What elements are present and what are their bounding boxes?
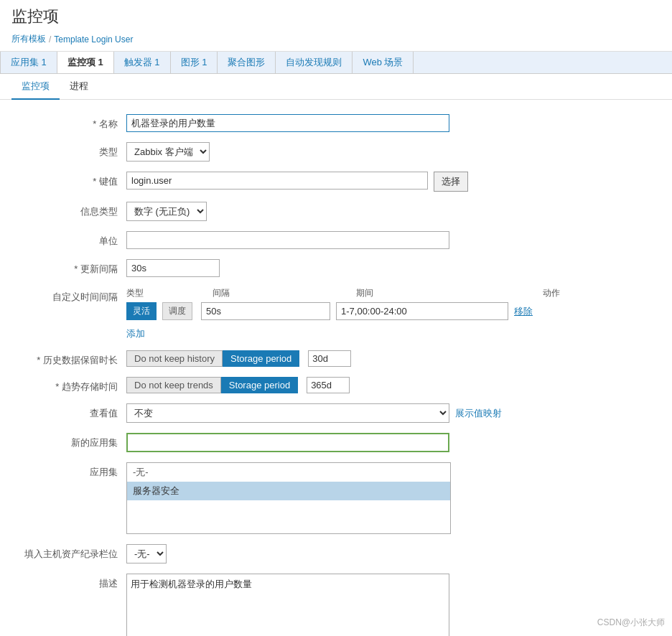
type-select[interactable]: Zabbix 客户端SNMP v1SNMP v2外部检查HTTP agent xyxy=(126,142,210,162)
row-trends: * 趋势存储时间 Do not keep trends Storage peri… xyxy=(11,377,661,393)
tab-monitor-item[interactable]: 监控项 xyxy=(11,74,60,100)
label-host-inventory: 填入主机资产纪录栏位 xyxy=(11,544,126,561)
history-storage-group: Do not keep history Storage period xyxy=(126,350,299,367)
appset-item-none[interactable]: -无- xyxy=(127,463,450,482)
desc-textarea[interactable] xyxy=(126,574,449,636)
label-unit: 单位 xyxy=(11,231,126,248)
top-nav-combine-graph[interactable]: 聚合图形 xyxy=(218,52,276,73)
appset-list[interactable]: -无- 服务器安全 xyxy=(126,462,451,534)
appset-item-server-security[interactable]: 服务器安全 xyxy=(127,482,450,500)
tab-process[interactable]: 进程 xyxy=(60,74,98,100)
tabs-bar: 监控项 进程 xyxy=(0,74,672,100)
ci-header-period: 期间 xyxy=(356,287,543,299)
main-form: * 名称 类型 Zabbix 客户端SNMP v1SNMP v2外部检查HTTP… xyxy=(0,100,672,636)
trends-no-keep-btn[interactable]: Do not keep trends xyxy=(126,377,221,393)
top-nav-auto-discover[interactable]: 自动发现规则 xyxy=(276,52,353,73)
row-lookup: 查看值 不变 展示值映射 xyxy=(11,403,661,423)
key-select-button[interactable]: 选择 xyxy=(434,172,468,192)
new-appset-input[interactable] xyxy=(126,433,449,452)
lookup-mapping-link[interactable]: 展示值映射 xyxy=(455,407,502,420)
row-host-inventory: 填入主机资产纪录栏位 -无- xyxy=(11,544,661,563)
label-name: * 名称 xyxy=(11,114,126,131)
breadcrumb-template-name[interactable]: Template Login User xyxy=(54,34,133,45)
row-custom-interval: 自定义时间间隔 类型 间隔 期间 动作 灵活 调度 移除 xyxy=(11,287,661,340)
breadcrumb: 所有模板 / Template Login User xyxy=(11,33,661,45)
ci-header-type: 类型 xyxy=(126,287,213,299)
trends-storage-group: Do not keep trends Storage period xyxy=(126,377,298,393)
row-name: * 名称 xyxy=(11,114,661,132)
ci-data-row: 灵活 调度 移除 xyxy=(126,302,533,320)
row-unit: 单位 xyxy=(11,231,661,249)
label-history: * 历史数据保留时长 xyxy=(11,350,126,367)
label-type: 类型 xyxy=(11,142,126,159)
trends-storage-period-btn[interactable]: Storage period xyxy=(221,377,298,393)
label-custom-interval: 自定义时间间隔 xyxy=(11,287,126,304)
label-appset: 应用集 xyxy=(11,462,126,479)
row-info-type: 信息类型 数字 (无正负)字符日志文本浮点数 xyxy=(11,202,661,221)
label-info-type: 信息类型 xyxy=(11,202,126,218)
ci-remove-btn[interactable]: 移除 xyxy=(514,305,533,318)
row-key: * 键值 选择 xyxy=(11,172,661,192)
host-inventory-select[interactable]: -无- xyxy=(126,544,167,563)
top-nav-bar: 应用集 1 监控项 1 触发器 1 图形 1 聚合图形 自动发现规则 Web 场… xyxy=(0,52,672,74)
row-new-appset: 新的应用集 xyxy=(11,433,661,452)
top-nav-graph[interactable]: 图形 1 xyxy=(171,52,218,73)
label-key: * 键值 xyxy=(11,172,126,188)
name-input[interactable] xyxy=(126,114,449,132)
page-title: 监控项 xyxy=(11,6,661,27)
ci-header-action: 动作 xyxy=(543,287,560,299)
ci-header-interval: 间隔 xyxy=(213,287,356,299)
ci-interval-input[interactable] xyxy=(201,302,330,320)
ci-period-input[interactable] xyxy=(336,302,508,320)
breadcrumb-all-templates[interactable]: 所有模板 xyxy=(11,33,46,45)
trends-value-input[interactable] xyxy=(307,377,350,393)
label-trends: * 趋势存储时间 xyxy=(11,377,126,393)
key-input[interactable] xyxy=(126,172,428,190)
unit-input[interactable] xyxy=(126,231,449,249)
label-update-interval: * 更新间隔 xyxy=(11,259,126,276)
row-type: 类型 Zabbix 客户端SNMP v1SNMP v2外部检查HTTP agen… xyxy=(11,142,661,162)
row-appset: 应用集 -无- 服务器安全 xyxy=(11,462,661,534)
breadcrumb-separator: / xyxy=(49,34,51,45)
lookup-select[interactable]: 不变 xyxy=(126,403,449,423)
info-type-select[interactable]: 数字 (无正负)字符日志文本浮点数 xyxy=(126,202,207,221)
history-storage-period-btn[interactable]: Storage period xyxy=(223,350,299,367)
row-update-interval: * 更新间隔 xyxy=(11,259,661,277)
watermark: CSDN@小张大师 xyxy=(597,617,665,629)
row-history: * 历史数据保留时长 Do not keep history Storage p… xyxy=(11,350,661,367)
label-new-appset: 新的应用集 xyxy=(11,433,126,449)
label-lookup: 查看值 xyxy=(11,403,126,420)
top-nav-web-scene[interactable]: Web 场景 xyxy=(353,52,414,73)
history-no-keep-btn[interactable]: Do not keep history xyxy=(126,350,223,367)
ci-add-btn[interactable]: 添加 xyxy=(126,327,145,340)
ci-header-row: 类型 间隔 期间 动作 xyxy=(126,287,560,299)
top-nav-appset[interactable]: 应用集 1 xyxy=(0,52,57,73)
ci-type-flexible-btn[interactable]: 灵活 xyxy=(126,302,157,320)
history-value-input[interactable] xyxy=(308,350,351,367)
top-nav-trigger[interactable]: 触发器 1 xyxy=(114,52,171,73)
ci-type-schedule-btn[interactable]: 调度 xyxy=(162,302,192,320)
top-nav-monitor[interactable]: 监控项 1 xyxy=(57,52,114,73)
row-desc: 描述 xyxy=(11,574,661,636)
label-desc: 描述 xyxy=(11,574,126,590)
update-interval-input[interactable] xyxy=(126,259,220,277)
